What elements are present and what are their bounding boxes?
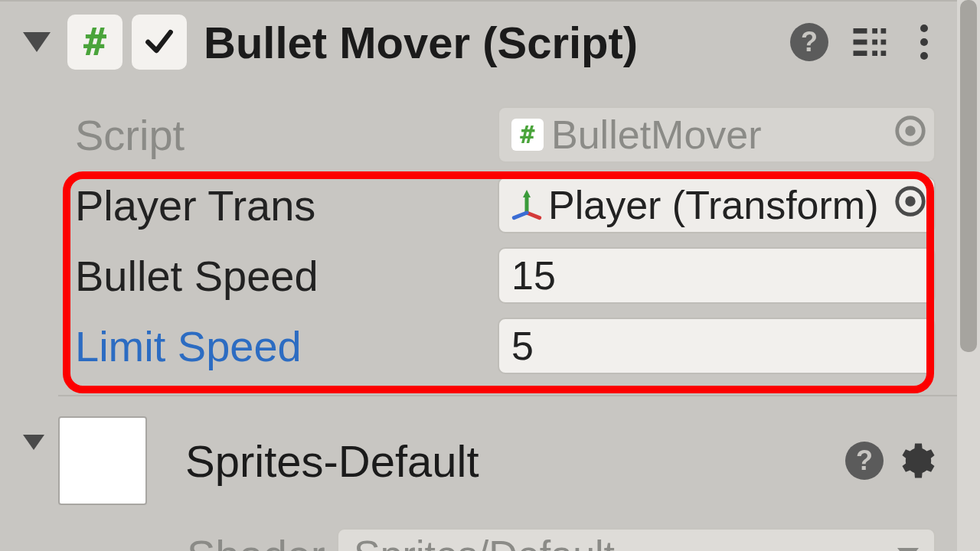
svg-rect-6	[881, 40, 887, 45]
player-trans-label: Player Trans	[75, 181, 498, 230]
help-icon[interactable]: ?	[790, 23, 828, 61]
script-field: # BulletMover	[498, 106, 936, 163]
limit-speed-input[interactable]: 5	[498, 318, 936, 374]
chevron-down-icon	[897, 548, 919, 551]
bullet-speed-input[interactable]: 15	[498, 247, 936, 304]
component-header: # Bullet Mover (Script) ?	[0, 0, 957, 83]
script-label: Script	[75, 110, 498, 160]
svg-line-13	[527, 213, 540, 218]
transform-icon	[511, 190, 542, 220]
script-mini-icon: #	[511, 119, 544, 151]
help-icon[interactable]: ?	[845, 442, 884, 480]
scrollbar[interactable]	[957, 0, 980, 551]
limit-speed-row: Limit Speed 5	[75, 311, 936, 381]
preset-icon[interactable]	[850, 21, 891, 63]
svg-rect-3	[872, 28, 877, 34]
shader-row: Shader Sprites/Default	[58, 525, 957, 551]
bullet-speed-row: Bullet Speed 15	[75, 240, 936, 311]
bullet-speed-label: Bullet Speed	[75, 251, 498, 301]
player-trans-row: Player Trans Player (Transform)	[75, 170, 936, 240]
svg-marker-12	[523, 190, 531, 197]
gear-icon[interactable]	[894, 440, 936, 481]
svg-rect-5	[872, 40, 877, 45]
material-foldout[interactable]	[23, 435, 44, 450]
svg-line-14	[514, 213, 527, 218]
material-name: Sprites-Default	[185, 435, 845, 487]
foldout-toggle[interactable]	[23, 32, 51, 52]
script-icon: #	[67, 15, 122, 70]
material-header: Sprites-Default ?	[58, 395, 957, 525]
svg-rect-8	[881, 51, 887, 56]
scrollbar-thumb[interactable]	[960, 0, 977, 352]
shader-label: Shader	[187, 530, 337, 552]
svg-point-16	[905, 196, 915, 206]
player-trans-field[interactable]: Player (Transform)	[498, 177, 936, 233]
object-picker-icon[interactable]	[893, 182, 928, 228]
shader-dropdown[interactable]: Sprites/Default	[337, 528, 936, 551]
component-title: Bullet Mover (Script)	[204, 17, 790, 68]
script-row: Script # BulletMover	[75, 99, 936, 170]
svg-rect-4	[881, 28, 887, 34]
hash-icon: #	[83, 20, 106, 64]
svg-rect-2	[854, 51, 867, 56]
enabled-checkbox[interactable]	[132, 15, 187, 70]
svg-rect-7	[872, 51, 877, 56]
svg-rect-1	[854, 40, 867, 45]
material-preview[interactable]	[58, 416, 147, 505]
svg-rect-0	[854, 28, 867, 34]
object-picker-icon[interactable]	[893, 112, 928, 158]
limit-speed-label: Limit Speed	[75, 321, 498, 371]
svg-point-10	[905, 126, 915, 135]
context-menu-icon[interactable]	[913, 24, 936, 60]
checkmark-icon	[142, 25, 176, 59]
